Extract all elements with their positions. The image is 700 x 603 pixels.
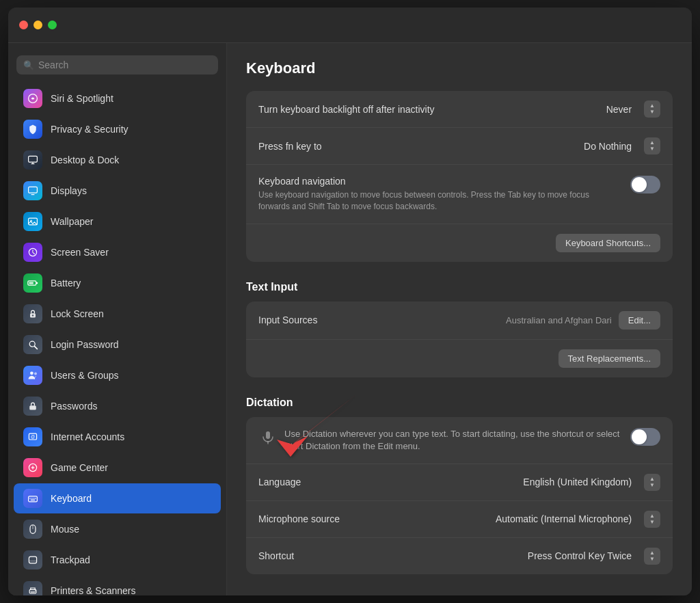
sidebar-items-container: Siri & SpotlightPrivacy & SecurityDeskto… bbox=[8, 83, 226, 595]
passwords-icon bbox=[23, 397, 42, 416]
sidebar-item-lock-screen[interactable]: Lock Screen bbox=[14, 299, 221, 329]
svg-point-13 bbox=[32, 314, 33, 316]
microphone-source-control: Automatic (Internal Microphone) ▲ ▼ bbox=[496, 511, 660, 528]
sidebar-item-wallpaper[interactable]: Wallpaper bbox=[14, 206, 221, 237]
maximize-button[interactable] bbox=[48, 21, 57, 29]
sidebar-item-internet-accounts[interactable]: @Internet Accounts bbox=[14, 422, 221, 452]
svg-point-16 bbox=[30, 371, 33, 375]
keyboard-shortcuts-row: Keyboard Shortcuts... bbox=[246, 224, 673, 262]
displays-icon bbox=[23, 181, 42, 200]
sidebar-item-screen-saver[interactable]: Screen Saver bbox=[14, 237, 221, 267]
stepper-down-icon: ▼ bbox=[649, 146, 655, 152]
stepper-up-icon: ▲ bbox=[649, 513, 655, 519]
sidebar-item-label-mouse: Mouse bbox=[51, 524, 79, 535]
sidebar-item-battery[interactable]: Battery bbox=[14, 268, 221, 298]
backlight-label: Turn keyboard backlight off after inacti… bbox=[258, 104, 606, 115]
sidebar-item-users-groups[interactable]: Users & Groups bbox=[14, 360, 221, 390]
language-arrows: ▲ ▼ bbox=[649, 477, 655, 488]
gamecenter-icon bbox=[23, 458, 42, 477]
keyboard-shortcuts-button[interactable]: Keyboard Shortcuts... bbox=[556, 234, 660, 252]
input-sources-row: Input Sources Australian and Afghan Dari… bbox=[246, 302, 673, 340]
microphone-source-arrows: ▲ ▼ bbox=[649, 513, 655, 525]
battery-icon bbox=[23, 273, 42, 293]
shortcut-stepper[interactable]: ▲ ▼ bbox=[644, 548, 660, 565]
language-value: English (United Kingdom) bbox=[523, 477, 632, 487]
sidebar-item-game-center[interactable]: Game Center bbox=[14, 453, 221, 483]
backlight-arrows: ▲ ▼ bbox=[649, 103, 655, 115]
keyboard-settings-section: Turn keyboard backlight off after inacti… bbox=[246, 91, 673, 262]
dictation-toggle[interactable] bbox=[630, 428, 660, 446]
siri-icon bbox=[23, 89, 42, 108]
sidebar-item-printers-scanners[interactable]: Printers & Scanners bbox=[14, 576, 221, 595]
sidebar: 🔍 Search Siri & SpotlightPrivacy & Secur… bbox=[8, 43, 227, 595]
sidebar-item-label-siri-spotlight: Siri & Spotlight bbox=[51, 93, 113, 104]
sidebar-item-displays[interactable]: Displays bbox=[14, 176, 221, 206]
backlight-stepper[interactable]: ▲ ▼ bbox=[644, 100, 660, 118]
sidebar-item-label-trackpad: Trackpad bbox=[51, 554, 90, 565]
sidebar-item-label-login-password: Login Password bbox=[51, 339, 119, 350]
toggle-knob bbox=[632, 177, 647, 192]
users-icon bbox=[23, 366, 42, 385]
window-content: 🔍 Search Siri & SpotlightPrivacy & Secur… bbox=[8, 43, 692, 595]
language-row: Language English (United Kingdom) ▲ ▼ bbox=[246, 464, 673, 501]
stepper-down-icon: ▼ bbox=[649, 483, 655, 488]
svg-rect-34 bbox=[31, 591, 35, 593]
sidebar-item-trackpad[interactable]: Trackpad bbox=[14, 545, 221, 575]
lockscreen-icon bbox=[23, 304, 42, 323]
main-content: Keyboard Turn keyboard backlight off aft… bbox=[227, 43, 692, 595]
screensaver-icon bbox=[23, 243, 42, 262]
titlebar bbox=[8, 8, 692, 43]
text-replacements-button[interactable]: Text Replacements... bbox=[558, 349, 660, 368]
navigation-sublabel: Use keyboard navigation to move focus be… bbox=[258, 189, 600, 213]
close-button[interactable] bbox=[19, 21, 28, 29]
language-stepper[interactable]: ▲ ▼ bbox=[644, 474, 660, 491]
page-title: Keyboard bbox=[246, 59, 673, 77]
search-container: 🔍 Search bbox=[8, 51, 226, 83]
fn-key-label: Press fn key to bbox=[258, 141, 584, 152]
sidebar-item-privacy-security[interactable]: Privacy & Security bbox=[14, 114, 221, 144]
sidebar-item-desktop-dock[interactable]: Desktop & Dock bbox=[14, 145, 221, 175]
language-control: English (United Kingdom) ▲ ▼ bbox=[523, 474, 660, 491]
fn-key-control: Do Nothing ▲ ▼ bbox=[584, 137, 660, 155]
printers-icon bbox=[23, 581, 42, 595]
svg-rect-4 bbox=[29, 187, 38, 193]
text-replacements-row: Text Replacements... bbox=[246, 340, 673, 377]
microphone-source-value: Automatic (Internal Microphone) bbox=[496, 513, 632, 524]
fn-key-arrows: ▲ ▼ bbox=[649, 140, 655, 152]
search-box[interactable]: 🔍 Search bbox=[16, 55, 218, 75]
navigation-row: Keyboard navigation Use keyboard navigat… bbox=[246, 165, 673, 224]
input-sources-value: Australian and Afghan Dari bbox=[506, 315, 612, 325]
microphone-source-row: Microphone source Automatic (Internal Mi… bbox=[246, 501, 673, 538]
sidebar-item-label-users-groups: Users & Groups bbox=[51, 370, 119, 381]
svg-rect-31 bbox=[29, 557, 36, 563]
shortcut-arrows: ▲ ▼ bbox=[649, 550, 655, 562]
svg-point-35 bbox=[35, 590, 36, 591]
sidebar-item-mouse[interactable]: Mouse bbox=[14, 514, 221, 544]
sidebar-item-label-internet-accounts: Internet Accounts bbox=[51, 431, 124, 442]
input-sources-edit-button[interactable]: Edit... bbox=[619, 311, 660, 330]
internet-icon: @ bbox=[23, 427, 42, 446]
svg-text:@: @ bbox=[31, 434, 36, 439]
dictation-title: Dictation bbox=[246, 391, 673, 417]
sidebar-item-label-wallpaper: Wallpaper bbox=[51, 216, 94, 227]
sidebar-item-label-keyboard: Keyboard bbox=[51, 493, 92, 504]
dictation-description-row: Use Dictation wherever you can type text… bbox=[246, 417, 673, 464]
stepper-down-icon: ▼ bbox=[649, 520, 655, 525]
sidebar-item-siri-spotlight[interactable]: Siri & Spotlight bbox=[14, 83, 221, 113]
sidebar-item-passwords[interactable]: Passwords bbox=[14, 391, 221, 421]
svg-line-15 bbox=[34, 346, 37, 349]
shortcut-row: Shortcut Press Control Key Twice ▲ ▼ bbox=[246, 538, 673, 574]
minimize-button[interactable] bbox=[33, 21, 42, 29]
dictation-toggle-knob bbox=[632, 429, 647, 444]
sidebar-item-login-password[interactable]: Login Password bbox=[14, 330, 221, 360]
stepper-up-icon: ▲ bbox=[649, 477, 655, 482]
shortcut-label: Shortcut bbox=[258, 550, 528, 561]
fn-key-stepper[interactable]: ▲ ▼ bbox=[644, 137, 660, 155]
svg-point-17 bbox=[34, 373, 37, 375]
sidebar-item-label-privacy-security: Privacy & Security bbox=[51, 124, 129, 135]
sidebar-item-keyboard[interactable]: Keyboard bbox=[14, 483, 221, 513]
navigation-toggle[interactable] bbox=[630, 176, 660, 193]
traffic-lights bbox=[19, 21, 57, 29]
svg-rect-11 bbox=[29, 282, 33, 284]
microphone-source-stepper[interactable]: ▲ ▼ bbox=[644, 511, 660, 528]
